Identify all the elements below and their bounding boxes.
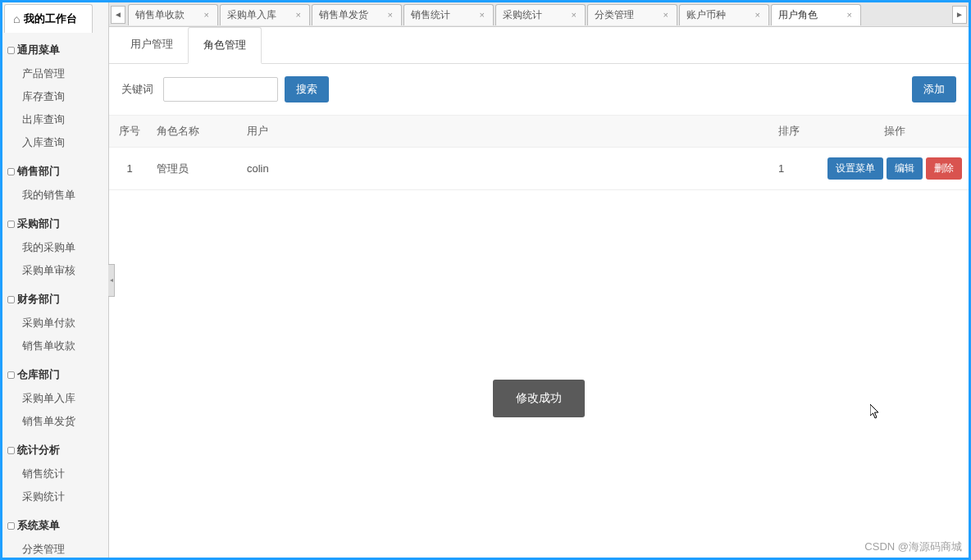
tab-label: 销售统计 <box>411 8 450 22</box>
th-sort: 排序 <box>772 116 821 148</box>
workbench-title: 我的工作台 <box>24 11 77 26</box>
menu-item[interactable]: 我的采购单 <box>2 236 108 259</box>
menu-header[interactable]: 销售部门 <box>2 159 108 184</box>
menu-item[interactable]: 产品管理 <box>2 62 108 85</box>
tab-label: 销售单发货 <box>319 8 368 22</box>
tab[interactable]: 销售单收款× <box>128 4 218 25</box>
role-table: 序号 角色名称 用户 排序 操作 1管理员colin1设置菜单编辑删除 <box>109 116 969 190</box>
tab-label: 采购统计 <box>503 8 542 22</box>
content-area: ◂ ◄ 销售单收款×采购单入库×销售单发货×销售统计×采购统计×分类管理×账户币… <box>109 2 969 558</box>
table-row: 1管理员colin1设置菜单编辑删除 <box>109 148 969 190</box>
menu-item[interactable]: 出库查询 <box>2 108 108 131</box>
close-icon[interactable]: × <box>478 10 486 20</box>
menu-item[interactable]: 销售统计 <box>2 462 108 485</box>
set-menu-button[interactable]: 设置菜单 <box>827 157 883 180</box>
menu-item[interactable]: 我的销售单 <box>2 184 108 207</box>
menu-header[interactable]: 系统菜单 <box>2 513 108 538</box>
th-name: 角色名称 <box>150 116 240 148</box>
menu-item[interactable]: 入库查询 <box>2 131 108 154</box>
menu-item[interactable]: 采购统计 <box>2 485 108 508</box>
tab[interactable]: 账户币种× <box>679 4 769 25</box>
menu-header[interactable]: 仓库部门 <box>2 362 108 387</box>
tab-label: 用户角色 <box>778 8 818 22</box>
close-icon[interactable]: × <box>846 10 854 20</box>
sidebar: ⌂ 我的工作台 通用菜单产品管理库存查询出库查询入库查询销售部门我的销售单采购部… <box>2 2 109 558</box>
close-icon[interactable]: × <box>294 10 303 20</box>
tab[interactable]: 采购单入库× <box>220 4 310 25</box>
close-icon[interactable]: × <box>754 10 762 20</box>
search-button[interactable]: 搜索 <box>285 76 329 102</box>
tab-label: 采购单入库 <box>227 8 276 22</box>
close-icon[interactable]: × <box>570 10 578 20</box>
cell-sort: 1 <box>772 148 821 190</box>
tab-label: 分类管理 <box>595 8 634 22</box>
menu-item[interactable]: 库存查询 <box>2 85 108 108</box>
th-user: 用户 <box>240 116 772 148</box>
menu-item[interactable]: 销售单发货 <box>2 410 108 433</box>
menu-item[interactable]: 采购单付款 <box>2 312 108 335</box>
tab-label: 账户币种 <box>686 8 726 22</box>
add-button[interactable]: 添加 <box>912 76 956 102</box>
menu-item[interactable]: 销售单收款 <box>2 335 108 357</box>
main-panel: 用户管理角色管理 关键词 搜索 添加 序号 角色名称 用户 排序 操作 <box>109 27 969 558</box>
menu-header[interactable]: 通用菜单 <box>2 38 108 62</box>
tab-label: 销售单收款 <box>135 8 185 22</box>
tabs-scroll-left[interactable]: ◄ <box>111 6 125 24</box>
toast-message: 修改成功 <box>493 380 585 417</box>
delete-button[interactable]: 删除 <box>926 157 962 180</box>
close-icon[interactable]: × <box>386 10 394 20</box>
menu-header[interactable]: 采购部门 <box>2 212 108 236</box>
tabs-bar: ◄ 销售单收款×采购单入库×销售单发货×销售统计×采购统计×分类管理×账户币种×… <box>109 2 969 27</box>
tab[interactable]: 分类管理× <box>587 4 677 25</box>
tab[interactable]: 用户角色× <box>771 4 861 25</box>
tab[interactable]: 采购统计× <box>495 4 586 25</box>
close-icon[interactable]: × <box>662 10 670 20</box>
th-op: 操作 <box>821 116 969 148</box>
sub-tab[interactable]: 角色管理 <box>188 27 262 64</box>
menu-header[interactable]: 财务部门 <box>2 287 108 312</box>
tab[interactable]: 销售统计× <box>403 4 494 25</box>
keyword-label: 关键词 <box>121 82 153 97</box>
tabs-scroll-right[interactable]: ► <box>952 6 967 24</box>
edit-button[interactable]: 编辑 <box>887 157 923 180</box>
sub-tab[interactable]: 用户管理 <box>116 27 188 63</box>
workbench-tab[interactable]: ⌂ 我的工作台 <box>4 4 93 33</box>
tab[interactable]: 销售单发货× <box>312 4 402 25</box>
cell-user: colin <box>240 148 772 190</box>
search-input[interactable] <box>163 77 278 102</box>
menu-item[interactable]: 采购单入库 <box>2 387 108 410</box>
sidebar-collapse-handle[interactable]: ◂ <box>108 264 115 297</box>
cell-name: 管理员 <box>150 148 240 190</box>
toolbar: 关键词 搜索 添加 <box>109 64 969 116</box>
cell-seq: 1 <box>109 148 150 190</box>
home-icon: ⌂ <box>13 12 20 25</box>
menu-item[interactable]: 采购单审核 <box>2 259 108 282</box>
close-icon[interactable]: × <box>203 10 211 20</box>
th-seq: 序号 <box>109 116 150 148</box>
menu-item[interactable]: 分类管理 <box>2 538 108 558</box>
sub-tabs: 用户管理角色管理 <box>109 27 969 64</box>
menu-header[interactable]: 统计分析 <box>2 438 108 462</box>
